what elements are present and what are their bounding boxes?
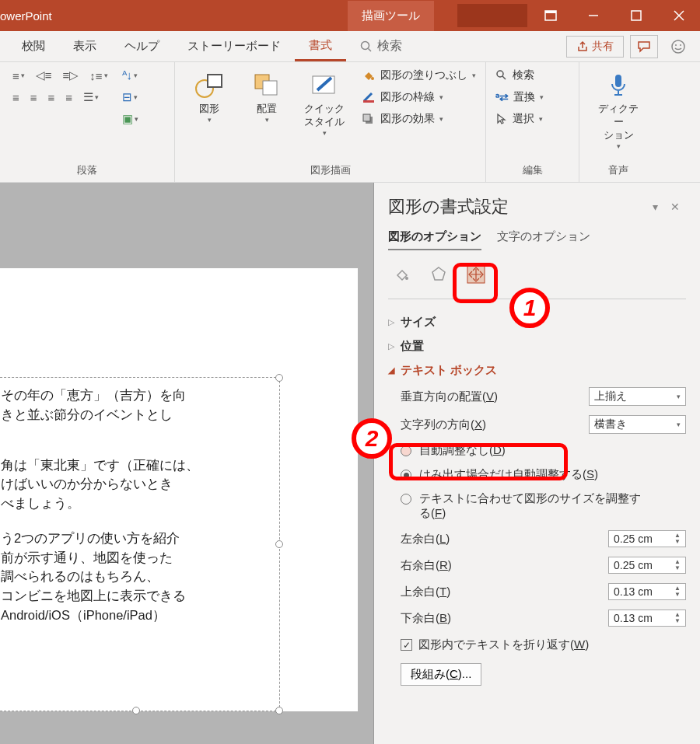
group-editing-label: 編集: [495, 163, 569, 182]
autofit-none-label: 自動調整なし(D): [419, 443, 506, 458]
handle[interactable]: [275, 540, 283, 548]
dictate-button[interactable]: ディクテー ション▾: [593, 67, 643, 150]
shapes-button[interactable]: 図形▾: [184, 67, 234, 124]
slide-area[interactable]: その年の「恵方」（吉方）を向 きと並ぶ節分のイベントとし 角は「東北東」です（正…: [0, 183, 373, 744]
dec-indent-btn[interactable]: ◁≡: [33, 67, 55, 84]
columns-btn[interactable]: ☰▾: [80, 89, 102, 106]
account-area[interactable]: [457, 4, 527, 27]
contextual-tab[interactable]: 描画ツール: [348, 1, 434, 31]
line-spacing-btn[interactable]: ↕≡▾: [86, 68, 110, 84]
shapes-icon: [194, 70, 225, 101]
minimize-icon[interactable]: [572, 0, 614, 31]
align-text-btn[interactable]: ⊟▾: [119, 89, 142, 106]
group-voice: ディクテー ション▾ 音声: [579, 62, 657, 182]
text-direction-btn[interactable]: ᴬ↓▾: [119, 67, 142, 84]
fill-icon: [362, 69, 376, 82]
maximize-icon[interactable]: [614, 0, 657, 31]
arrange-button[interactable]: 配置▾: [242, 67, 292, 124]
comment-icon: [637, 40, 651, 53]
ribbon: ≡▾ ◁≡ ≡▷ ↕≡▾ ≡ ≡ ≡ ≡ ☰▾ ᴬ↓▾ ⊟▾ ▣▾ 段落: [0, 62, 700, 183]
replace-button[interactable]: ᵃ⇄置換▾: [495, 89, 544, 106]
inc-indent-btn[interactable]: ≡▷: [60, 67, 82, 84]
wrap-checkbox[interactable]: ✓ 図形内でテキストを折り返す(W): [401, 631, 686, 658]
tab-text-options[interactable]: 文字のオプション: [497, 229, 590, 250]
columns-button[interactable]: 段組み(C)...: [401, 663, 481, 686]
margin-r-input[interactable]: 0.25 cm▲▼: [608, 557, 686, 574]
search-icon: [495, 69, 508, 82]
window-controls: [529, 0, 700, 31]
margin-t-label: 上余白(T): [401, 585, 608, 599]
justify-btn[interactable]: ≡: [62, 89, 75, 106]
svg-rect-3: [632, 11, 641, 20]
tab-review[interactable]: 校閲: [8, 31, 59, 61]
search-icon: [360, 40, 373, 53]
shape-effects-button[interactable]: 図形の効果▾: [362, 110, 476, 127]
margin-l-input[interactable]: 0.25 cm▲▼: [608, 530, 686, 547]
align-center-btn[interactable]: ≡: [27, 89, 40, 106]
pane-title: 図形の書式設定: [388, 195, 646, 218]
autofit-resize-radio[interactable]: テキストに合わせて図形のサイズを調整する(F): [401, 487, 686, 526]
close-icon[interactable]: [657, 0, 700, 31]
bullets-btn[interactable]: ≡▾: [9, 68, 28, 84]
slide-text[interactable]: その年の「恵方」（吉方）を向 きと並ぶ節分のイベントとし: [1, 386, 271, 424]
select-button[interactable]: 選択▾: [495, 110, 544, 127]
slide-text[interactable]: う2つのアプリの使い方を紹介 前が示す通り、地図を使った 調べられるのはもちろん…: [1, 529, 271, 625]
svg-rect-17: [363, 100, 374, 103]
quickstyle-button[interactable]: クイック スタイル▾: [299, 67, 349, 137]
svg-point-20: [497, 71, 503, 77]
format-shape-pane: 図形の書式設定 ▾ ✕ 図形のオプション 文字のオプション ▷サイズ ▷位置 ◢…: [373, 183, 700, 744]
autofit-none-radio[interactable]: 自動調整なし(D): [401, 438, 686, 463]
radio-icon: [401, 494, 411, 505]
tab-view[interactable]: 表示: [59, 31, 110, 61]
margin-t-input[interactable]: 0.13 cm▲▼: [608, 583, 686, 600]
svg-point-9: [675, 44, 677, 46]
svg-rect-1: [545, 11, 556, 13]
section-textbox[interactable]: ◢テキスト ボックス: [388, 358, 686, 382]
valign-combo[interactable]: 上揃え▾: [589, 387, 686, 406]
fill-line-tab[interactable]: [388, 261, 415, 288]
shape-outline-button[interactable]: 図形の枠線▾: [362, 89, 476, 106]
tab-shape-options[interactable]: 図形のオプション: [388, 229, 481, 250]
svg-line-21: [502, 76, 506, 79]
cursor-icon: [495, 113, 508, 125]
handle[interactable]: [275, 374, 283, 382]
margin-b-input[interactable]: 0.13 cm▲▼: [608, 610, 686, 627]
slide-text[interactable]: 角は「東北東」です（正確には、 けばいいのか分からないとき べましょう。: [1, 456, 271, 513]
face-icon: [670, 39, 686, 54]
share-button[interactable]: 共有: [566, 36, 624, 58]
align-left-btn[interactable]: ≡: [9, 89, 23, 106]
margin-r-label: 右余白(R): [401, 558, 608, 573]
close-pane-icon[interactable]: ✕: [664, 201, 686, 213]
svg-rect-19: [363, 114, 370, 121]
face-button[interactable]: [664, 35, 692, 58]
ribbon-display-icon[interactable]: [529, 0, 572, 31]
svg-rect-14: [263, 81, 277, 95]
outline-icon: [362, 91, 376, 103]
textbox[interactable]: その年の「恵方」（吉方）を向 きと並ぶ節分のイベントとし 角は「東北東」です（正…: [0, 377, 280, 711]
search-label: 検索: [377, 38, 402, 54]
smartart-btn[interactable]: ▣▾: [119, 110, 142, 127]
radio-icon: [401, 470, 411, 480]
size-properties-tab[interactable]: [463, 261, 489, 288]
shape-fill-button[interactable]: 図形の塗りつぶし▾: [362, 67, 476, 84]
titlebar: owerPoint 描画ツール: [0, 0, 700, 31]
tell-me-search[interactable]: 検索: [346, 38, 416, 54]
tab-storyboard[interactable]: ストーリーボード: [173, 31, 295, 61]
effects-tab[interactable]: [425, 261, 452, 288]
textdir-combo[interactable]: 横書き▾: [589, 415, 686, 434]
find-button[interactable]: 検索: [495, 67, 544, 84]
group-editing: 検索 ᵃ⇄置換▾ 選択▾ 編集: [486, 62, 579, 182]
comments-button[interactable]: [630, 35, 658, 58]
autofit-shrink-radio[interactable]: はみ出す場合だけ自動調整する(S): [401, 463, 686, 487]
slide-canvas[interactable]: その年の「恵方」（吉方）を向 きと並ぶ節分のイベントとし 角は「東北東」です（正…: [0, 268, 358, 711]
share-label: 共有: [592, 40, 614, 54]
quickstyle-icon: [309, 70, 340, 101]
pane-options-icon[interactable]: ▾: [646, 201, 664, 213]
handle[interactable]: [132, 707, 140, 714]
handle[interactable]: [275, 707, 283, 714]
tab-format[interactable]: 書式: [295, 31, 346, 61]
section-position[interactable]: ▷位置: [388, 334, 686, 358]
section-size[interactable]: ▷サイズ: [388, 310, 686, 334]
align-right-btn[interactable]: ≡: [45, 89, 58, 106]
tab-help[interactable]: ヘルプ: [110, 31, 173, 61]
